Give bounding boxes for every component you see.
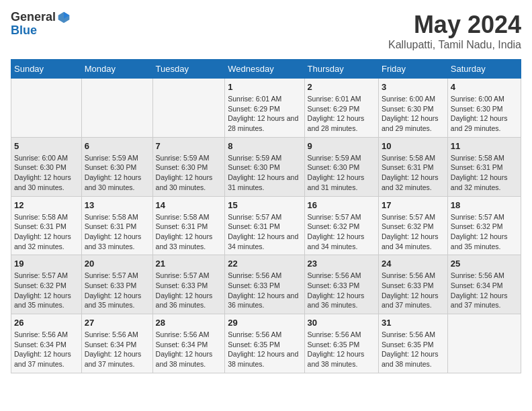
weekday-header-tuesday: Tuesday [152, 60, 225, 79]
day-info: Sunrise: 6:01 AMSunset: 6:29 PMDaylight:… [228, 94, 301, 134]
day-number: 24 [382, 259, 445, 269]
subtitle: Kallupatti, Tamil Nadu, India [388, 39, 521, 51]
day-info: Sunrise: 5:59 AMSunset: 6:30 PMDaylight:… [308, 153, 375, 193]
day-number: 30 [308, 318, 375, 328]
day-info: Sunrise: 5:56 AMSunset: 6:33 PMDaylight:… [228, 271, 301, 310]
calendar-cell [152, 79, 225, 138]
calendar-cell [447, 314, 521, 373]
calendar-week-5: 26Sunrise: 5:56 AMSunset: 6:34 PMDayligh… [11, 314, 521, 373]
calendar-cell: 24Sunrise: 5:56 AMSunset: 6:33 PMDayligh… [378, 255, 447, 314]
day-number: 27 [85, 318, 150, 328]
calendar-week-1: 1Sunrise: 6:01 AMSunset: 6:29 PMDaylight… [11, 79, 521, 138]
calendar-cell: 27Sunrise: 5:56 AMSunset: 6:34 PMDayligh… [81, 314, 152, 373]
day-info: Sunrise: 5:56 AMSunset: 6:34 PMDaylight:… [451, 271, 518, 310]
day-info: Sunrise: 5:57 AMSunset: 6:32 PMDaylight:… [14, 271, 79, 310]
calendar-cell: 14Sunrise: 5:58 AMSunset: 6:31 PMDayligh… [152, 196, 225, 255]
day-info: Sunrise: 5:57 AMSunset: 6:32 PMDaylight:… [382, 212, 445, 252]
day-number: 5 [14, 141, 79, 151]
calendar-cell: 7Sunrise: 5:59 AMSunset: 6:30 PMDaylight… [152, 137, 225, 196]
day-number: 25 [451, 259, 518, 269]
calendar-cell [11, 79, 82, 138]
calendar-cell: 2Sunrise: 6:01 AMSunset: 6:29 PMDaylight… [304, 79, 378, 138]
weekday-header-thursday: Thursday [304, 60, 378, 79]
calendar-table: SundayMondayTuesdayWednesdayThursdayFrid… [11, 59, 521, 373]
day-number: 23 [308, 259, 375, 269]
day-number: 16 [308, 200, 375, 210]
day-number: 1 [228, 82, 301, 92]
title-area: May 2024 Kallupatti, Tamil Nadu, India [388, 11, 521, 51]
main-title: May 2024 [388, 11, 521, 39]
day-info: Sunrise: 5:57 AMSunset: 6:33 PMDaylight:… [156, 271, 222, 310]
day-info: Sunrise: 5:56 AMSunset: 6:35 PMDaylight:… [308, 330, 375, 369]
weekday-header-row: SundayMondayTuesdayWednesdayThursdayFrid… [11, 60, 521, 79]
calendar-cell: 22Sunrise: 5:56 AMSunset: 6:33 PMDayligh… [225, 255, 304, 314]
day-info: Sunrise: 5:59 AMSunset: 6:30 PMDaylight:… [228, 153, 301, 193]
calendar-cell: 18Sunrise: 5:57 AMSunset: 6:32 PMDayligh… [447, 196, 521, 255]
calendar-cell: 16Sunrise: 5:57 AMSunset: 6:32 PMDayligh… [304, 196, 378, 255]
day-info: Sunrise: 5:56 AMSunset: 6:35 PMDaylight:… [382, 330, 445, 369]
calendar-cell: 6Sunrise: 5:59 AMSunset: 6:30 PMDaylight… [81, 137, 152, 196]
logo-blue: Blue [11, 24, 37, 38]
day-number: 13 [85, 200, 150, 210]
day-info: Sunrise: 5:56 AMSunset: 6:33 PMDaylight:… [308, 271, 375, 310]
day-info: Sunrise: 5:57 AMSunset: 6:32 PMDaylight:… [451, 212, 518, 252]
calendar-cell: 29Sunrise: 5:56 AMSunset: 6:35 PMDayligh… [225, 314, 304, 373]
calendar-cell: 5Sunrise: 6:00 AMSunset: 6:30 PMDaylight… [11, 137, 82, 196]
day-info: Sunrise: 6:01 AMSunset: 6:29 PMDaylight:… [308, 94, 375, 134]
calendar-cell: 4Sunrise: 6:00 AMSunset: 6:30 PMDaylight… [447, 79, 521, 138]
calendar-cell: 12Sunrise: 5:58 AMSunset: 6:31 PMDayligh… [11, 196, 82, 255]
day-info: Sunrise: 5:57 AMSunset: 6:32 PMDaylight:… [308, 212, 375, 252]
day-number: 21 [156, 259, 222, 269]
day-info: Sunrise: 5:56 AMSunset: 6:34 PMDaylight:… [85, 330, 150, 369]
calendar-cell: 19Sunrise: 5:57 AMSunset: 6:32 PMDayligh… [11, 255, 82, 314]
day-info: Sunrise: 5:58 AMSunset: 6:31 PMDaylight:… [382, 153, 445, 193]
calendar-cell: 11Sunrise: 5:58 AMSunset: 6:31 PMDayligh… [447, 137, 521, 196]
day-number: 20 [85, 259, 150, 269]
day-number: 8 [228, 141, 301, 151]
day-info: Sunrise: 6:00 AMSunset: 6:30 PMDaylight:… [451, 94, 518, 134]
weekday-header-saturday: Saturday [447, 60, 521, 79]
day-number: 29 [228, 318, 301, 328]
logo-icon [57, 11, 71, 24]
logo: General Blue [11, 11, 71, 38]
day-info: Sunrise: 5:58 AMSunset: 6:31 PMDaylight:… [14, 212, 79, 252]
day-info: Sunrise: 5:56 AMSunset: 6:34 PMDaylight:… [14, 330, 79, 369]
day-number: 19 [14, 259, 79, 269]
day-info: Sunrise: 5:59 AMSunset: 6:30 PMDaylight:… [85, 153, 150, 193]
calendar-cell: 20Sunrise: 5:57 AMSunset: 6:33 PMDayligh… [81, 255, 152, 314]
calendar-week-2: 5Sunrise: 6:00 AMSunset: 6:30 PMDaylight… [11, 137, 521, 196]
day-number: 7 [156, 141, 222, 151]
logo-general: General [11, 11, 56, 24]
calendar-cell: 15Sunrise: 5:57 AMSunset: 6:31 PMDayligh… [225, 196, 304, 255]
day-number: 28 [156, 318, 222, 328]
calendar-cell: 31Sunrise: 5:56 AMSunset: 6:35 PMDayligh… [378, 314, 447, 373]
day-number: 14 [156, 200, 222, 210]
calendar-cell: 26Sunrise: 5:56 AMSunset: 6:34 PMDayligh… [11, 314, 82, 373]
calendar-cell: 25Sunrise: 5:56 AMSunset: 6:34 PMDayligh… [447, 255, 521, 314]
calendar-cell: 8Sunrise: 5:59 AMSunset: 6:30 PMDaylight… [225, 137, 304, 196]
day-number: 9 [308, 141, 375, 151]
calendar-cell: 3Sunrise: 6:00 AMSunset: 6:30 PMDaylight… [378, 79, 447, 138]
calendar-cell: 9Sunrise: 5:59 AMSunset: 6:30 PMDaylight… [304, 137, 378, 196]
calendar-week-4: 19Sunrise: 5:57 AMSunset: 6:32 PMDayligh… [11, 255, 521, 314]
day-number: 31 [382, 318, 445, 328]
day-info: Sunrise: 5:58 AMSunset: 6:31 PMDaylight:… [451, 153, 518, 193]
day-info: Sunrise: 6:00 AMSunset: 6:30 PMDaylight:… [382, 94, 445, 134]
weekday-header-wednesday: Wednesday [225, 60, 304, 79]
calendar-cell [81, 79, 152, 138]
calendar-cell: 1Sunrise: 6:01 AMSunset: 6:29 PMDaylight… [225, 79, 304, 138]
day-number: 22 [228, 259, 301, 269]
weekday-header-friday: Friday [378, 60, 447, 79]
header: General Blue May 2024 Kallupatti, Tamil … [11, 11, 521, 51]
day-number: 26 [14, 318, 79, 328]
day-number: 18 [451, 200, 518, 210]
day-info: Sunrise: 5:57 AMSunset: 6:31 PMDaylight:… [228, 212, 301, 252]
calendar-cell: 13Sunrise: 5:58 AMSunset: 6:31 PMDayligh… [81, 196, 152, 255]
day-number: 17 [382, 200, 445, 210]
day-number: 12 [14, 200, 79, 210]
day-number: 10 [382, 141, 445, 151]
calendar-week-3: 12Sunrise: 5:58 AMSunset: 6:31 PMDayligh… [11, 196, 521, 255]
calendar-cell: 30Sunrise: 5:56 AMSunset: 6:35 PMDayligh… [304, 314, 378, 373]
day-info: Sunrise: 5:58 AMSunset: 6:31 PMDaylight:… [156, 212, 222, 252]
day-info: Sunrise: 5:56 AMSunset: 6:34 PMDaylight:… [156, 330, 222, 369]
